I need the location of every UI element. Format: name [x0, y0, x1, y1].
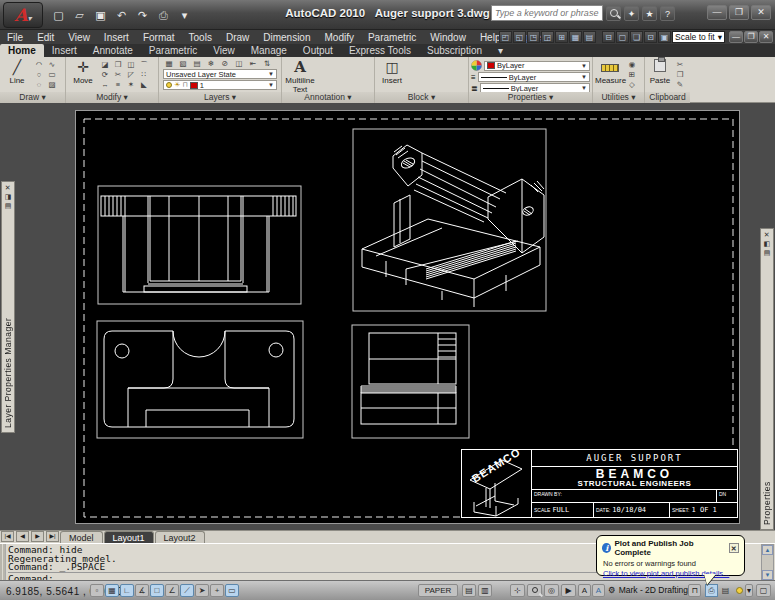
clean-screen-icon[interactable]: ▢ — [756, 584, 771, 597]
annotation-panel-label[interactable]: Annotation ▾ — [282, 92, 374, 103]
help-icon[interactable]: ? — [660, 6, 675, 21]
layer-properties-manager-palette-tab[interactable]: ✕ ◨ ▤ Layer Properties Manager — [1, 181, 15, 433]
first-tab-icon[interactable]: |◀ — [1, 531, 14, 542]
toolbar-icon[interactable]: ⊟ — [602, 31, 615, 43]
insert-block-button[interactable]: ◫ Insert — [377, 58, 407, 90]
trim-tool-icon[interactable]: ✂ — [112, 70, 124, 79]
new-file-icon[interactable]: ▢ — [50, 6, 67, 23]
paper-model-toggle[interactable]: PAPER — [418, 584, 458, 597]
cut-icon[interactable]: ✂ — [674, 60, 686, 69]
properties-palette-tab[interactable]: ✕ ◧ ▤ Properties — [760, 228, 774, 530]
restore-button[interactable]: ❐ — [729, 5, 749, 20]
tab-manage[interactable]: Manage — [243, 44, 295, 57]
show-motion-icon[interactable]: ▶ — [561, 584, 576, 597]
grid-toggle[interactable]: ▦ — [105, 584, 119, 597]
drawing-area[interactable]: ✕ ◨ ▤ Layer Properties Manager ✕ ◧ ▤ Pro… — [0, 103, 775, 530]
hatch-tool-icon[interactable]: ▨ — [46, 80, 58, 89]
doc-minimize-button[interactable]: — — [729, 31, 743, 43]
next-tab-icon[interactable]: ▶ — [31, 531, 44, 542]
dyn-toggle[interactable]: ➤ — [195, 584, 209, 597]
zoom-icon[interactable] — [527, 584, 542, 597]
toolbar-icon[interactable]: ▢ — [616, 31, 629, 43]
autohide-icon[interactable]: ◨ — [5, 193, 12, 201]
quick-calc-icon[interactable]: ⊞ — [626, 70, 638, 79]
command-scrollbar[interactable]: ▲ ▼ — [761, 544, 774, 581]
modify-panel-label[interactable]: Modify ▾ — [66, 92, 158, 103]
qat-dropdown-icon[interactable]: ▾ — [176, 6, 193, 23]
autohide-icon[interactable]: ◧ — [764, 240, 771, 248]
toolbar-icon[interactable]: ⊡ — [644, 31, 657, 43]
array-tool-icon[interactable]: ∷ — [138, 70, 150, 79]
menu-edit[interactable]: Edit — [30, 32, 61, 43]
ribbon-minimize-icon[interactable]: ▾ — [490, 44, 511, 57]
close-button[interactable]: ✕ — [751, 5, 771, 20]
tab-output[interactable]: Output — [295, 44, 341, 57]
properties-menu-icon[interactable]: ▤ — [5, 202, 12, 210]
scale-tool-icon[interactable]: ◸ — [125, 70, 137, 79]
viewport-scale-select[interactable]: Scale to fit▾ — [672, 31, 725, 43]
tab-layout1[interactable]: Layout1 — [104, 531, 154, 543]
menu-view[interactable]: View — [61, 32, 97, 43]
favorites-star-icon[interactable]: ★ — [642, 6, 657, 21]
menu-insert[interactable]: Insert — [97, 32, 136, 43]
annotation-scale-icon[interactable]: A — [578, 584, 591, 597]
tab-subscription[interactable]: Subscription — [419, 44, 490, 57]
tab-view[interactable]: View — [205, 44, 243, 57]
layer-state-dropdown[interactable]: Unsaved Layer State▼ — [163, 69, 277, 79]
menu-file[interactable]: File — [0, 32, 30, 43]
tab-layout2[interactable]: Layout2 — [155, 531, 205, 543]
linetype-dropdown[interactable]: ByLayer▼ — [478, 72, 590, 82]
circle-tool-icon[interactable]: ○ — [33, 70, 45, 79]
stretch-tool-icon[interactable]: ↔ — [99, 80, 111, 89]
ducs-toggle[interactable]: ⟋ — [180, 584, 194, 597]
redo-icon[interactable]: ↷ — [134, 6, 151, 23]
toolbar-icon[interactable]: ◱ — [513, 31, 526, 43]
notification-details-link[interactable]: Click to view plot and publish details..… — [603, 569, 739, 578]
layer-off-icon[interactable]: ▧ — [177, 59, 189, 68]
erase-tool-icon[interactable]: ◪ — [99, 60, 111, 69]
move-tool-button[interactable]: ✛ Move — [68, 58, 98, 90]
close-icon[interactable]: ✕ — [764, 231, 771, 239]
notification-close-icon[interactable]: ✕ — [729, 543, 739, 553]
toolbar-icon[interactable]: ◳ — [527, 31, 540, 43]
menu-dimension[interactable]: Dimension — [256, 32, 317, 43]
polyline-tool-icon[interactable]: ∿ — [46, 60, 58, 69]
steering-wheel-icon[interactable]: ◎ — [544, 584, 559, 597]
menu-parametric[interactable]: Parametric — [361, 32, 423, 43]
annotation-visibility-icon[interactable]: A — [592, 584, 605, 597]
match-properties-icon[interactable]: ✎ — [674, 80, 686, 89]
properties-menu-icon[interactable]: ▤ — [764, 249, 771, 257]
pan-icon[interactable]: ⊹ — [510, 584, 525, 597]
toolbar-icon[interactable]: ❏ — [630, 31, 643, 43]
measure-button[interactable]: Measure — [595, 58, 625, 90]
search-icon[interactable] — [606, 6, 621, 21]
undo-icon[interactable]: ↶ — [113, 6, 130, 23]
tab-express-tools[interactable]: Express Tools — [341, 44, 419, 57]
mirror-tool-icon[interactable]: ◫ — [125, 60, 137, 69]
menu-window[interactable]: Window — [423, 32, 473, 43]
multiline-text-button[interactable]: A Multiline Text — [284, 58, 316, 90]
layer-lock-icon[interactable]: ⊘ — [219, 59, 231, 68]
id-point-icon[interactable]: ◇ — [626, 80, 638, 89]
ellipse-tool-icon[interactable]: ◌ — [33, 80, 45, 89]
layers-panel-label[interactable]: Layers ▾ — [159, 92, 281, 103]
command-window-grip[interactable] — [0, 544, 6, 581]
menu-format[interactable]: Format — [136, 32, 182, 43]
application-menu-button[interactable]: A▾ — [3, 2, 43, 28]
toolbar-icon[interactable]: ▤ — [583, 31, 596, 43]
save-icon[interactable]: ▣ — [92, 6, 109, 23]
layer-state-icon[interactable]: ⇅ — [261, 59, 273, 68]
fillet-tool-icon[interactable]: ⌒ — [138, 60, 150, 69]
rectangle-tool-icon[interactable]: ▭ — [46, 70, 58, 79]
plot-icon[interactable]: ⎙ — [155, 6, 172, 23]
toolbar-icon[interactable]: ▣ — [658, 31, 671, 43]
search-input[interactable] — [491, 5, 603, 21]
toolbar-icon[interactable]: ◲ — [541, 31, 554, 43]
layer-dropdown[interactable]: ☀ ⊓ 1 ▼ — [163, 80, 277, 90]
layer-isolate-icon[interactable]: ▤ — [191, 59, 203, 68]
layer-prev-icon[interactable]: ⇤ — [247, 59, 259, 68]
quick-view-layouts-icon[interactable]: ▤ — [462, 584, 476, 597]
menu-draw[interactable]: Draw — [219, 32, 256, 43]
toolbar-icon[interactable]: ⊞ — [555, 31, 568, 43]
prev-tab-icon[interactable]: ◀ — [16, 531, 29, 542]
